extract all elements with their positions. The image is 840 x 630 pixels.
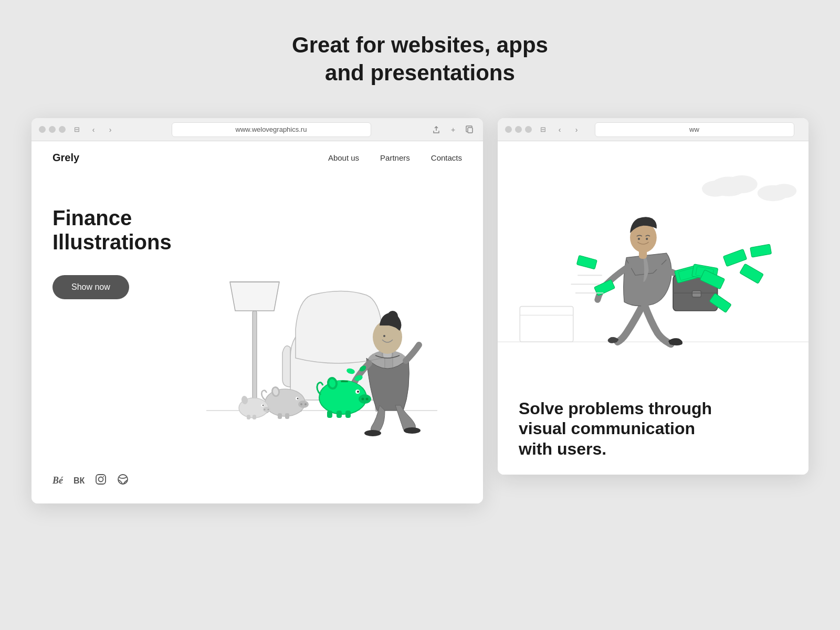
back-button-right[interactable]: ‹	[554, 124, 565, 135]
browsers-container: ⊟ ‹ › www.welovegraphics.ru +	[32, 118, 808, 503]
finance-illustration-svg	[185, 190, 448, 442]
svg-point-51	[99, 477, 103, 482]
nav-links: About us Partners Contacts	[328, 153, 462, 162]
show-now-button[interactable]: Show now	[52, 275, 129, 299]
add-tab-icon[interactable]: +	[447, 124, 459, 135]
tab-icon: ⊟	[71, 124, 82, 135]
running-man-svg	[498, 141, 808, 383]
heading-line2: and presentations	[325, 60, 515, 85]
svg-rect-76	[750, 244, 772, 257]
svg-rect-46	[253, 415, 256, 419]
svg-rect-25	[345, 411, 351, 418]
svg-point-33	[297, 398, 299, 400]
svg-point-13	[387, 311, 398, 321]
svg-point-16	[321, 381, 365, 411]
svg-rect-37	[285, 413, 289, 419]
hero-text: Finance Illustrations Show now	[52, 190, 172, 442]
dot-red	[39, 126, 46, 133]
dribbble-icon[interactable]	[117, 474, 129, 488]
svg-point-64	[638, 238, 640, 240]
svg-rect-26	[327, 411, 332, 418]
svg-point-8	[364, 430, 381, 436]
svg-point-21	[357, 391, 359, 393]
browser-actions-left: +	[430, 124, 476, 135]
svg-rect-55	[520, 307, 573, 342]
svg-point-52	[103, 476, 104, 477]
site-navigation: Grely About us Partners Contacts	[32, 141, 483, 174]
heading-line1: Great for websites, apps	[292, 33, 548, 57]
right-browser-window: ⊟ ‹ › ww	[498, 118, 808, 475]
instagram-icon[interactable]	[95, 474, 107, 488]
dot-yellow	[49, 126, 56, 133]
traffic-lights-right	[505, 126, 532, 133]
browser-chrome-right: ⊟ ‹ › ww	[498, 118, 808, 141]
site-logo: Grely	[52, 152, 79, 164]
svg-point-30	[300, 403, 302, 405]
svg-rect-27	[341, 381, 348, 382]
address-bar-left[interactable]: www.welovegraphics.ru	[172, 122, 371, 137]
traffic-lights	[39, 126, 66, 133]
vk-icon[interactable]: ВК	[74, 476, 85, 486]
dot-green	[59, 126, 66, 133]
svg-rect-74	[723, 249, 747, 266]
share-icon[interactable]	[430, 124, 442, 135]
svg-rect-2	[253, 311, 257, 411]
copy-icon[interactable]	[464, 124, 476, 135]
dot-red-r	[505, 126, 512, 133]
svg-point-53	[118, 475, 128, 484]
svg-point-59	[702, 181, 729, 196]
svg-point-65	[646, 238, 648, 240]
forward-button-right[interactable]: ›	[571, 124, 582, 135]
right-heading: Solve problems through visual communicat…	[519, 398, 788, 459]
svg-point-9	[404, 427, 421, 434]
nav-about[interactable]: About us	[328, 153, 359, 162]
svg-rect-45	[247, 415, 250, 419]
back-button[interactable]: ‹	[88, 124, 99, 135]
hero-title: Finance Illustrations	[52, 206, 172, 254]
left-site-content: Grely About us Partners Contacts Finance…	[32, 141, 483, 503]
svg-rect-50	[96, 475, 106, 484]
hero-section: Finance Illustrations Show now	[32, 174, 483, 463]
page-heading: Great for websites, apps and presentatio…	[292, 32, 548, 87]
svg-point-40	[264, 409, 266, 411]
left-browser-window: ⊟ ‹ › www.welovegraphics.ru +	[32, 118, 483, 503]
svg-point-19	[366, 398, 369, 401]
dot-green-r	[525, 126, 532, 133]
browser-chrome-left: ⊟ ‹ › www.welovegraphics.ru +	[32, 118, 483, 141]
svg-point-41	[268, 409, 269, 411]
svg-point-58	[727, 175, 758, 193]
svg-point-43	[262, 405, 264, 406]
hero-illustration	[172, 190, 462, 442]
dot-yellow-r	[515, 126, 522, 133]
forward-button[interactable]: ›	[104, 124, 116, 135]
svg-point-31	[304, 403, 307, 405]
svg-point-14	[383, 335, 385, 337]
svg-rect-24	[337, 411, 342, 418]
svg-point-29	[298, 401, 309, 408]
svg-rect-75	[740, 264, 763, 284]
nav-contacts[interactable]: Contacts	[431, 153, 462, 162]
right-site-content: Solve problems through visual communicat…	[498, 141, 808, 475]
svg-rect-79	[576, 255, 597, 269]
svg-point-61	[772, 184, 796, 198]
social-icons-bar: Bé ВК	[32, 463, 483, 503]
right-text-section: Solve problems through visual communicat…	[498, 383, 808, 475]
svg-rect-0	[468, 128, 472, 133]
right-illustration-area	[498, 141, 808, 383]
address-bar-right[interactable]: ww	[595, 122, 794, 137]
behance-icon[interactable]: Bé	[52, 475, 63, 486]
svg-rect-36	[278, 413, 282, 419]
svg-rect-67	[692, 291, 701, 297]
nav-partners[interactable]: Partners	[380, 153, 410, 162]
tab-icon-right: ⊟	[537, 124, 549, 135]
svg-point-18	[362, 398, 364, 401]
svg-point-17	[359, 394, 371, 404]
